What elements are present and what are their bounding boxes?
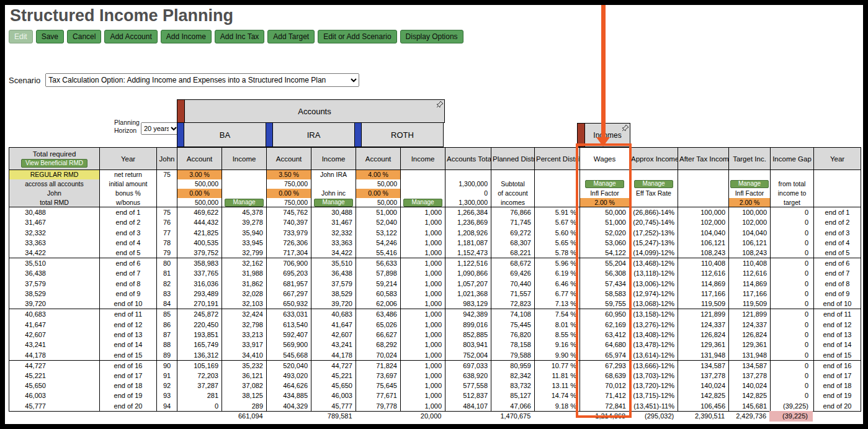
cell: 117,166	[729, 289, 771, 299]
cell: end of 1	[814, 207, 861, 218]
header-row: Total required View Beneficial RMD Year …	[9, 148, 861, 170]
cell: 112,616	[678, 268, 729, 278]
empty-cell	[222, 170, 267, 179]
cell: 0	[771, 258, 814, 269]
add-inc-tax-button[interactable]: Add Inc Tax	[215, 30, 264, 43]
cell: 11.81 %	[535, 371, 580, 381]
empty-cell	[401, 170, 445, 179]
cell: 1,000	[401, 319, 445, 329]
cell: 740,397	[267, 217, 311, 227]
roth-wbonus-cell: 50,000	[356, 198, 401, 207]
cell: 35,510	[311, 258, 356, 269]
manage-wages-button[interactable]: Manage	[585, 180, 624, 188]
total-cell: 789,581	[311, 411, 356, 422]
cell: end of 5	[100, 248, 157, 258]
add-account-button[interactable]: Add Account	[104, 30, 157, 43]
empty-cell	[535, 198, 580, 207]
add-income-button[interactable]: Add Income	[161, 30, 212, 43]
cell: 65,974	[580, 350, 630, 361]
manage-ira-income-button[interactable]: Manage	[314, 199, 352, 207]
cell: 5.91 %	[535, 207, 580, 218]
gap-subtitle-2: income to	[771, 189, 814, 198]
cell: end of 20	[814, 401, 861, 412]
total-initial-cell: 1,300,000	[445, 179, 491, 189]
total-cell	[534, 411, 579, 422]
pin-icon[interactable]	[621, 124, 629, 132]
roth-initial-cell[interactable]: 50,000	[356, 179, 401, 189]
account-group-ira[interactable]: IRA	[266, 122, 355, 147]
empty-cell	[157, 179, 177, 189]
accounts-drag-bar[interactable]	[177, 100, 185, 122]
incomes-drag-bar[interactable]	[578, 124, 585, 147]
cell: 42,607	[9, 330, 100, 340]
wages-infl-value[interactable]: 2.00 %	[580, 198, 630, 207]
ira-return-cell[interactable]: 3.50 %	[267, 170, 311, 179]
edit-or-add-scenario-button[interactable]: Edit or Add Scenario	[318, 30, 396, 43]
manage-income-tax-button[interactable]: Manage	[634, 180, 673, 188]
account-drag-bar[interactable]	[177, 123, 184, 147]
empty-cell	[678, 198, 729, 207]
account-group-roth[interactable]: ROTH	[354, 122, 444, 147]
account-drag-bar[interactable]	[266, 123, 273, 147]
account-drag-bar[interactable]	[355, 123, 362, 147]
target-infl-value[interactable]: 2.00 %	[729, 198, 771, 207]
cell: 5.96 %	[535, 258, 580, 269]
ira-bonus-cell[interactable]: 0.00 %	[267, 189, 311, 198]
ba-return-cell[interactable]: 3.00 %	[177, 170, 222, 179]
cell: 75,645	[356, 381, 401, 391]
cell: 80	[157, 258, 177, 269]
ba-bonus-cell[interactable]: 0.00 %	[177, 189, 222, 198]
cell: 129,361	[729, 340, 771, 350]
display-options-button[interactable]: Display Options	[400, 30, 463, 43]
cell: 44,727	[311, 360, 356, 371]
cell: end of 7	[100, 268, 157, 278]
cell: 119,509	[729, 299, 771, 309]
account-groups-row: BA IRA ROTH	[177, 122, 445, 147]
cell: end of 4	[100, 238, 157, 248]
cell: 1,000	[401, 340, 445, 350]
cell: 379,752	[177, 248, 222, 258]
view-beneficial-rmd-button[interactable]: View Beneficial RMD	[21, 159, 87, 168]
cell: 6.46 %	[535, 279, 580, 289]
manage-ba-income-button[interactable]: Manage	[225, 199, 263, 207]
cell: 71,412	[580, 391, 630, 400]
cell: 90	[157, 360, 177, 371]
scenario-select[interactable]: Tax Calculation Option: Adding Income an…	[45, 73, 359, 87]
account-group-ba[interactable]: BA	[177, 122, 266, 147]
manage-target-button[interactable]: Manage	[730, 180, 769, 188]
planning-horizon-select[interactable]: 20 years	[141, 122, 179, 135]
cell: 1,000	[401, 350, 445, 361]
cell: 45,650	[9, 381, 100, 391]
cell: 31,467	[9, 217, 100, 227]
save-button[interactable]: Save	[36, 30, 64, 43]
cell: 32,028	[222, 289, 267, 299]
pin-icon[interactable]	[436, 101, 444, 109]
cell: 142,825	[678, 391, 729, 400]
ira-initial-cell[interactable]: 750,000	[267, 179, 311, 189]
cell: 50,000	[580, 207, 630, 218]
add-target-button[interactable]: Add Target	[267, 30, 315, 43]
meta-row-bonus: John bonus % 0.00 % 0.00 % John inc 0.00…	[9, 189, 861, 198]
empty-cell	[401, 189, 445, 198]
cell: end of 6	[814, 258, 861, 269]
cell: 70,012	[580, 381, 630, 391]
net-return-label: net return	[100, 170, 157, 179]
total-rmd-cell: total RMD	[9, 198, 100, 207]
manage-roth-income-button[interactable]: Manage	[403, 199, 442, 207]
col-header-roth-income: Income	[401, 148, 445, 170]
ba-initial-cell[interactable]: 500,000	[177, 179, 222, 189]
cell: 45,221	[311, 371, 356, 381]
edit-button[interactable]: Edit	[9, 30, 33, 43]
cancel-button[interactable]: Cancel	[67, 30, 101, 43]
roth-bonus-cell[interactable]: 0.00 %	[356, 189, 401, 198]
roth-return-cell[interactable]: 4.00 %	[356, 170, 401, 179]
cell: 88	[157, 340, 177, 350]
table-row: 38,529end of 983293,48932,028667,29738,5…	[9, 289, 861, 299]
cell: 37,287	[177, 381, 222, 391]
cell: end of 13	[814, 330, 861, 340]
cell: end of 1	[100, 207, 157, 218]
cell: 1,000	[401, 227, 445, 237]
cell: 8.01 %	[535, 319, 580, 329]
toolbar: Edit Save Cancel Add Account Add Income …	[9, 30, 463, 43]
cell: 33,917	[222, 340, 267, 350]
